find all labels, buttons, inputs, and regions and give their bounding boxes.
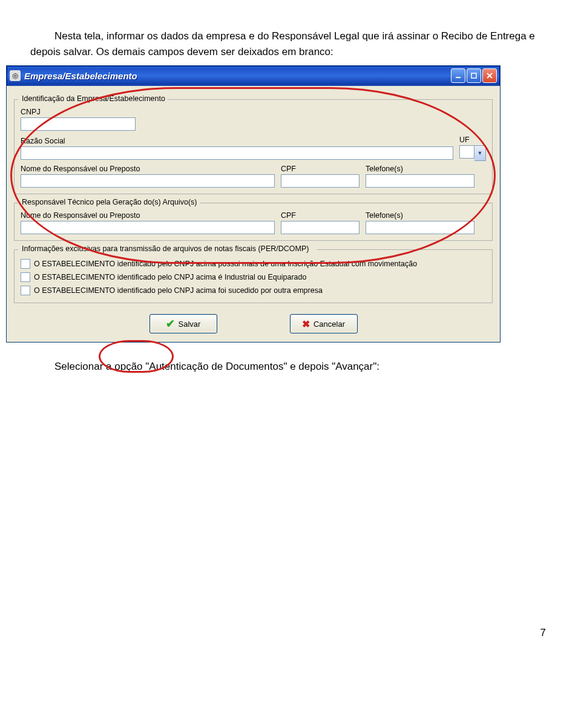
checkbox-label: O ESTABELECIMENTO identificado pelo CNPJ… (34, 260, 417, 268)
checkbox-label: O ESTABELECIMENTO identificado pelo CNPJ… (34, 273, 306, 281)
checkbox-sucedido[interactable] (21, 286, 30, 295)
group-title: Identificação da Empresa/Estabelecimento (19, 94, 168, 103)
uf-label: UF (459, 136, 486, 144)
checkbox-inscricao-estadual[interactable] (21, 259, 30, 269)
x-icon: ✖ (302, 318, 310, 330)
tel2-label: Telefone(s) (366, 211, 474, 220)
cancel-label: Cancelar (313, 320, 345, 329)
checkbox-industrial[interactable] (21, 272, 30, 282)
page-number: 7 (540, 627, 546, 639)
resp-input[interactable] (21, 174, 275, 188)
maximize-button[interactable] (467, 68, 481, 83)
cpf2-label: CPF (281, 211, 359, 220)
title-bar[interactable]: ◎ Empresa/Estabelecimento (7, 66, 500, 86)
tel-input[interactable] (366, 174, 474, 188)
group-identificacao: Identificação da Empresa/Estabelecimento… (14, 99, 493, 194)
group-responsavel-tecnico: Responsável Técnico pela Geração do(s) A… (14, 203, 493, 241)
dialog-window: ◎ Empresa/Estabelecimento I (6, 65, 501, 343)
group-title: Informações exclusivas para transmissão … (19, 244, 312, 253)
instruction-text-2: Selecionar a opção "Autenticação de Docu… (30, 361, 581, 373)
app-icon: ◎ (10, 70, 21, 81)
instruction-text: Nesta tela, informar os dados da empresa… (30, 28, 551, 59)
resp2-label: Nome do Responsável ou Preposto (21, 211, 275, 220)
svg-rect-1 (471, 73, 476, 78)
group-informacoes-transmissao: Informações exclusivas para transmissão … (14, 249, 493, 303)
cpf-input[interactable] (281, 174, 359, 188)
razao-input[interactable] (21, 146, 453, 160)
tel2-input[interactable] (366, 221, 474, 234)
cpf2-input[interactable] (281, 221, 359, 234)
window-title: Empresa/Estabelecimento (24, 71, 137, 81)
cnpj-input[interactable] (21, 117, 136, 131)
tel-label: Telefone(s) (366, 165, 474, 173)
close-button[interactable] (482, 68, 497, 83)
cpf-label: CPF (281, 165, 359, 173)
check-icon: ✔ (166, 317, 175, 330)
save-label: Salvar (179, 320, 201, 329)
razao-label: Razão Social (21, 137, 453, 145)
cancel-button[interactable]: ✖ Cancelar (290, 314, 358, 333)
resp-label: Nome do Responsável ou Preposto (21, 165, 275, 173)
save-button[interactable]: ✔ Salvar (149, 314, 217, 333)
group-title: Responsável Técnico pela Geração do(s) A… (19, 198, 200, 206)
resp2-input[interactable] (21, 221, 275, 234)
uf-combo[interactable]: ▼ (459, 145, 486, 160)
checkbox-label: O ESTABELECIMENTO identificado pelo CNPJ… (34, 286, 323, 295)
minimize-button[interactable] (451, 68, 465, 83)
svg-rect-0 (456, 77, 461, 78)
cnpj-label: CNPJ (21, 108, 136, 116)
chevron-down-icon[interactable]: ▼ (474, 145, 486, 161)
